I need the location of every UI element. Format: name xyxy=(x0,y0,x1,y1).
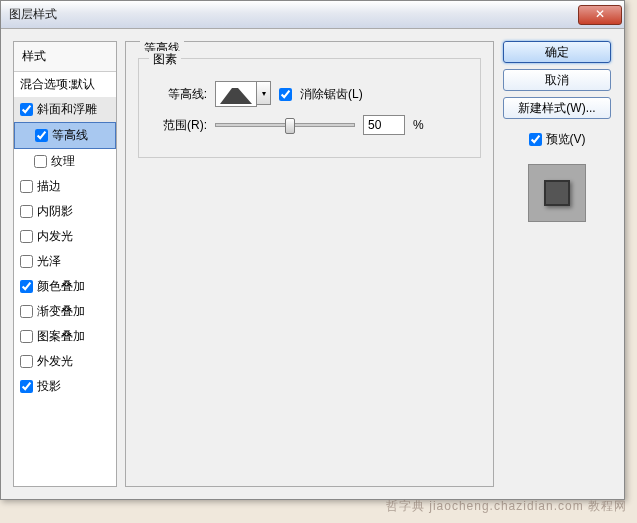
checkbox-preview[interactable] xyxy=(529,133,542,146)
range-unit: % xyxy=(413,118,424,132)
contour-row: 等高线: ▾ 消除锯齿(L) xyxy=(153,81,466,107)
sidebar-item-label: 光泽 xyxy=(37,253,61,270)
sidebar-item-dropshadow[interactable]: 投影 xyxy=(14,374,116,399)
sidebar-item-label: 图案叠加 xyxy=(37,328,85,345)
dialog-window: 图层样式 ✕ 样式 混合选项:默认 斜面和浮雕 等高线 纹理 xyxy=(0,0,625,500)
sidebar-item-blending[interactable]: 混合选项:默认 xyxy=(14,72,116,97)
contour-preview xyxy=(215,81,257,107)
sidebar-item-bevel[interactable]: 斜面和浮雕 xyxy=(14,97,116,122)
sidebar-item-coloroverlay[interactable]: 颜色叠加 xyxy=(14,274,116,299)
sidebar-item-label: 内发光 xyxy=(37,228,73,245)
preview-inner-icon xyxy=(544,180,570,206)
checkbox-patternoverlay[interactable] xyxy=(20,330,33,343)
sidebar-item-innerglow[interactable]: 内发光 xyxy=(14,224,116,249)
checkbox-gradientoverlay[interactable] xyxy=(20,305,33,318)
checkbox-satin[interactable] xyxy=(20,255,33,268)
range-input[interactable] xyxy=(363,115,405,135)
close-icon: ✕ xyxy=(595,7,605,21)
checkbox-stroke[interactable] xyxy=(20,180,33,193)
sidebar-item-patternoverlay[interactable]: 图案叠加 xyxy=(14,324,116,349)
sidebar-item-stroke[interactable]: 描边 xyxy=(14,174,116,199)
sidebar-header: 样式 xyxy=(14,42,116,72)
sidebar-item-gradientoverlay[interactable]: 渐变叠加 xyxy=(14,299,116,324)
contour-picker[interactable]: ▾ xyxy=(215,81,271,107)
preview-label: 预览(V) xyxy=(546,131,586,148)
checkbox-innerglow[interactable] xyxy=(20,230,33,243)
checkbox-contour[interactable] xyxy=(35,129,48,142)
cancel-button[interactable]: 取消 xyxy=(503,69,611,91)
contour-curve-icon xyxy=(218,84,254,106)
preview-toggle[interactable]: 预览(V) xyxy=(529,131,586,148)
range-row: 范围(R): % xyxy=(153,115,466,135)
watermark: 哲字典 jiaocheng.chazidian.com 教程网 xyxy=(386,498,627,515)
sidebar-item-label: 斜面和浮雕 xyxy=(37,101,97,118)
antialias-label: 消除锯齿(L) xyxy=(300,86,363,103)
window-title: 图层样式 xyxy=(9,6,578,23)
range-slider[interactable] xyxy=(215,123,355,127)
sidebar-item-satin[interactable]: 光泽 xyxy=(14,249,116,274)
slider-thumb[interactable] xyxy=(285,118,295,134)
checkbox-innershadow[interactable] xyxy=(20,205,33,218)
right-panel: 确定 取消 新建样式(W)... 预览(V) xyxy=(502,41,612,487)
checkbox-antialias[interactable] xyxy=(279,88,292,101)
sidebar-item-innershadow[interactable]: 内阴影 xyxy=(14,199,116,224)
main-panel: 等高线 图素 等高线: ▾ 消除锯齿(L) xyxy=(125,41,494,487)
sidebar-item-label: 外发光 xyxy=(37,353,73,370)
sidebar-item-label: 颜色叠加 xyxy=(37,278,85,295)
sidebar-item-label: 等高线 xyxy=(52,127,88,144)
checkbox-bevel[interactable] xyxy=(20,103,33,116)
group-title: 图素 xyxy=(149,51,181,68)
checkbox-coloroverlay[interactable] xyxy=(20,280,33,293)
content: 样式 混合选项:默认 斜面和浮雕 等高线 纹理 描边 内阴影 xyxy=(1,29,624,499)
element-group: 图素 等高线: ▾ 消除锯齿(L) 范围(R): xyxy=(138,58,481,158)
sidebar-item-label: 混合选项:默认 xyxy=(20,76,95,93)
sidebar-item-outerglow[interactable]: 外发光 xyxy=(14,349,116,374)
styles-sidebar: 样式 混合选项:默认 斜面和浮雕 等高线 纹理 描边 内阴影 xyxy=(13,41,117,487)
range-label: 范围(R): xyxy=(153,117,207,134)
sidebar-item-label: 内阴影 xyxy=(37,203,73,220)
sidebar-item-label: 纹理 xyxy=(51,153,75,170)
ok-button[interactable]: 确定 xyxy=(503,41,611,63)
sidebar-item-contour[interactable]: 等高线 xyxy=(14,122,116,149)
checkbox-dropshadow[interactable] xyxy=(20,380,33,393)
close-button[interactable]: ✕ xyxy=(578,5,622,25)
sidebar-item-label: 投影 xyxy=(37,378,61,395)
preview-thumbnail xyxy=(528,164,586,222)
checkbox-texture[interactable] xyxy=(34,155,47,168)
checkbox-outerglow[interactable] xyxy=(20,355,33,368)
chevron-down-icon[interactable]: ▾ xyxy=(257,81,271,105)
titlebar: 图层样式 ✕ xyxy=(1,1,624,29)
sidebar-item-texture[interactable]: 纹理 xyxy=(14,149,116,174)
sidebar-item-label: 渐变叠加 xyxy=(37,303,85,320)
sidebar-item-label: 描边 xyxy=(37,178,61,195)
new-style-button[interactable]: 新建样式(W)... xyxy=(503,97,611,119)
contour-label: 等高线: xyxy=(153,86,207,103)
